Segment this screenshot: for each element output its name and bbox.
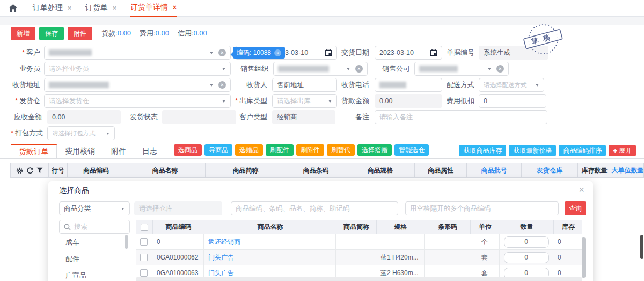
grid-col-product-code[interactable]: 商品编码 <box>67 163 125 177</box>
grid-col-ship-warehouse[interactable]: 发货仓库 <box>521 163 577 177</box>
category-item-promo[interactable]: 广宣品 <box>59 267 130 281</box>
home-icon[interactable] <box>9 4 18 12</box>
grid-col-short-name[interactable]: 商品简称 <box>205 163 286 177</box>
tab-attachments[interactable]: 附件 <box>103 144 134 158</box>
delivery-method-select[interactable]: 请选择配送方式 ▼ <box>479 78 544 92</box>
clear-icon[interactable]: × <box>496 65 504 73</box>
clear-icon[interactable]: × <box>355 65 363 73</box>
gear-icon[interactable] <box>16 167 23 174</box>
remark-input[interactable] <box>375 110 547 124</box>
select-all-checkbox[interactable] <box>141 224 148 231</box>
tab-fee-writeoff[interactable]: 费用核销 <box>57 144 103 158</box>
tab-logs[interactable]: 日志 <box>134 144 165 158</box>
select-bundle-button[interactable]: 选择搭赠 <box>357 144 392 156</box>
qty-input[interactable] <box>504 236 549 248</box>
packing-select[interactable]: 请选择打包方式 ▼ <box>47 126 115 140</box>
close-icon[interactable]: × <box>113 4 116 12</box>
category-item-parts[interactable]: 配件 <box>59 250 130 267</box>
barcode-cell <box>424 250 470 265</box>
grid-col-line-no[interactable]: 行号 <box>48 163 67 177</box>
col-stock[interactable]: 库存 <box>553 220 583 234</box>
tab-order-form[interactable]: 订货单 × <box>85 0 116 17</box>
col-qty[interactable]: 数量 <box>500 220 553 234</box>
select-product-button[interactable]: 选商品 <box>174 144 202 156</box>
col-barcode[interactable]: 条形码 <box>425 220 470 234</box>
product-link[interactable]: 门头广告 <box>208 253 234 262</box>
expand-button[interactable]: +展开 <box>609 145 636 156</box>
tab-order-processing[interactable]: 订单处理 × <box>33 0 71 17</box>
customer-select[interactable]: ▼ × <box>44 46 231 60</box>
consignee-input[interactable] <box>272 78 337 92</box>
import-product-button[interactable]: 导商品 <box>204 144 232 156</box>
chevron-down-icon: ▼ <box>121 206 125 211</box>
name-cell: 门头广告 <box>203 250 335 265</box>
product-link[interactable]: 返还经销商 <box>208 237 240 247</box>
address-select[interactable]: ▼ × <box>44 78 231 92</box>
col-product-code[interactable]: 商品编码 <box>152 220 204 234</box>
calendar-icon[interactable] <box>325 49 332 56</box>
fee-deduct-input[interactable] <box>479 94 546 108</box>
grid-col-product-name[interactable]: 商品名称 <box>125 163 205 177</box>
tab-goods-order[interactable]: 货款订单 <box>11 144 57 158</box>
keyword-search-input[interactable] <box>231 201 398 215</box>
category-search-box[interactable]: 搜索 <box>59 220 130 234</box>
query-button[interactable]: 查询 <box>565 201 586 215</box>
multi-code-input[interactable] <box>405 201 559 215</box>
product-link[interactable]: 门头广告 <box>208 269 234 278</box>
new-button[interactable]: 新增 <box>11 27 35 40</box>
page-scrollbar-thumb[interactable] <box>640 235 643 259</box>
filter-icon[interactable] <box>36 167 43 174</box>
refresh-attachment-button[interactable]: 刷附件 <box>296 144 324 156</box>
clear-icon[interactable]: × <box>218 49 226 56</box>
goods-amount-value: 0.00 <box>379 97 392 105</box>
table-horizontal-scrollbar[interactable] <box>136 277 582 280</box>
col-short-name[interactable]: 商品简称 <box>336 220 376 234</box>
grid-col-attribute[interactable]: 商品属性 <box>414 163 466 177</box>
category-scrollbar-thumb[interactable] <box>125 235 128 249</box>
grid-col-large-unit-qty[interactable]: 大单位数量 <box>611 163 644 177</box>
warehouse-select[interactable]: 请选择发货仓 ▼ <box>44 94 231 108</box>
close-icon[interactable]: × <box>173 4 177 11</box>
row-checkbox[interactable] <box>140 254 148 261</box>
col-unit[interactable]: 单位 <box>470 220 500 234</box>
sales-company-select[interactable]: ▼ × <box>414 62 509 76</box>
outbound-type-select[interactable]: 请选择出库 ▼ <box>272 94 337 108</box>
phone-input[interactable] <box>375 78 442 92</box>
attachment-button[interactable]: 附件 <box>68 27 92 40</box>
grid-col-barcode[interactable]: 商品条码 <box>286 163 346 177</box>
grid-col-stock-qty[interactable]: 库存数量 <box>577 163 611 177</box>
salesman-select[interactable]: 请选择业务员 ▼ <box>44 62 231 76</box>
select-all-cell <box>136 220 152 234</box>
table-vertical-scrollbar-thumb[interactable] <box>582 237 586 278</box>
tooltip-close-icon[interactable]: × <box>274 49 281 56</box>
close-icon[interactable]: × <box>68 4 71 12</box>
category-select[interactable]: 商品分类 ▼ <box>59 201 130 215</box>
get-latest-price-button[interactable]: 获取最新价格 <box>509 145 556 156</box>
packing-label: *打包方式 <box>11 126 43 140</box>
grid-col-spec[interactable]: 商品规格 <box>346 163 414 177</box>
sales-org-select[interactable]: ▼ × <box>273 62 368 76</box>
col-product-name[interactable]: 商品名称 <box>204 220 336 234</box>
remark-label: 备注 <box>347 110 369 124</box>
receivable-field: 0.00 <box>47 110 121 124</box>
col-spec[interactable]: 规格 <box>376 220 425 234</box>
save-button[interactable]: 保存 <box>39 27 64 40</box>
grid-col-batch-no[interactable]: 商品批号 <box>466 163 521 177</box>
calendar-icon[interactable] <box>430 49 437 56</box>
refresh-icon[interactable] <box>26 167 33 174</box>
sort-by-code-button[interactable]: 商品编码排序 <box>559 145 606 156</box>
goods-stat-value: 0.00 <box>118 29 131 37</box>
modal-close-icon[interactable]: × <box>579 184 584 196</box>
select-gift-button[interactable]: 选赠品 <box>235 144 263 156</box>
row-checkbox[interactable] <box>140 269 148 277</box>
category-item-vehicle[interactable]: 成车 <box>59 234 130 250</box>
delivery-date-input[interactable]: 2023-03-10 <box>375 46 442 60</box>
smart-warehouse-button[interactable]: 智能选仓 <box>394 144 429 156</box>
row-checkbox[interactable] <box>140 238 148 246</box>
tab-order-detail[interactable]: 订货单详情 × <box>130 0 177 17</box>
clear-icon[interactable]: × <box>218 81 226 89</box>
qty-input[interactable] <box>504 252 549 263</box>
refresh-substitute-button[interactable]: 刷替代 <box>327 144 355 156</box>
refresh-parts-button[interactable]: 刷配件 <box>266 144 294 156</box>
get-stock-button[interactable]: 获取商品库存 <box>459 145 506 156</box>
